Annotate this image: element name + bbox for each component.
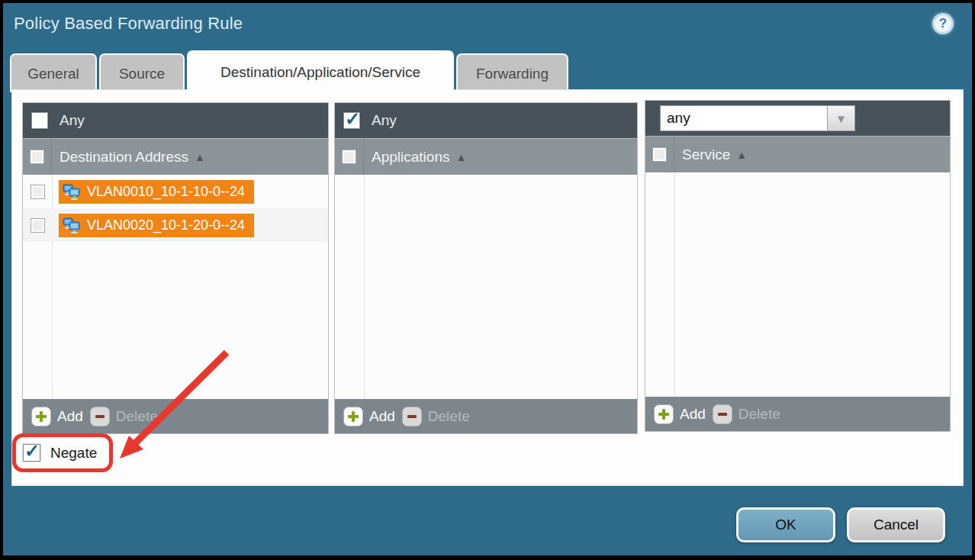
negate-label: Negate <box>50 445 97 462</box>
help-icon[interactable]: ? <box>932 13 954 34</box>
sort-asc-icon[interactable]: ▲ <box>455 152 466 163</box>
destination-list: VLAN0010_10-1-10-0--24 <box>23 175 328 399</box>
policy-based-forwarding-dialog: Policy Based Forwarding Rule ? General S… <box>3 3 972 555</box>
service-dropdown[interactable]: any ▼ <box>660 105 855 131</box>
delete-button[interactable]: Delete <box>90 407 158 426</box>
tab-forwarding[interactable]: Forwarding <box>456 53 568 92</box>
dropdown-button[interactable]: ▼ <box>827 105 855 131</box>
tab-destination-application-service[interactable]: Destination/Application/Service <box>187 50 454 92</box>
delete-button[interactable]: Delete <box>402 407 470 426</box>
add-button[interactable]: Add <box>654 404 706 424</box>
tab-bar: General Source Destination/Application/S… <box>10 50 568 92</box>
chevron-down-icon: ▼ <box>835 113 847 124</box>
destination-column-header[interactable]: Destination Address <box>60 149 188 166</box>
table-row[interactable]: VLAN0010_10-1-10-0--24 <box>23 175 328 208</box>
row-checkbox[interactable] <box>31 185 45 199</box>
destination-any-label: Any <box>60 112 85 129</box>
service-column: any ▼ Service ▲ <box>645 100 951 432</box>
destination-selectall-checkbox[interactable] <box>30 150 44 164</box>
screenshot-root: Policy Based Forwarding Rule ? General S… <box>0 0 975 560</box>
plus-icon <box>343 407 363 426</box>
plus-icon <box>31 407 51 426</box>
network-icon <box>63 217 81 233</box>
minus-icon <box>713 404 732 424</box>
gutter-divider <box>674 172 675 397</box>
applications-header-row: Applications ▲ <box>335 138 637 175</box>
sort-asc-icon[interactable]: ▲ <box>736 150 747 160</box>
minus-icon <box>90 407 110 426</box>
destination-any-bar: Any <box>23 103 328 138</box>
negate-highlight-annotation: Negate <box>12 433 113 472</box>
row-checkbox[interactable] <box>31 218 45 233</box>
service-column-header[interactable]: Service <box>682 146 730 163</box>
service-selectall-checkbox[interactable] <box>652 147 667 162</box>
destination-address-value: VLAN0020_10-1-20-0--24 <box>87 217 245 233</box>
gutter-divider <box>364 175 365 399</box>
tab-content-panel: Any Destination Address ▲ <box>11 89 964 486</box>
tab-general[interactable]: General <box>10 53 97 92</box>
dialog-title: Policy Based Forwarding Rule <box>14 14 243 34</box>
add-button[interactable]: Add <box>343 407 395 426</box>
applications-any-checkbox[interactable] <box>343 112 360 129</box>
service-dropdown-bar: any ▼ <box>645 101 950 136</box>
service-list <box>645 172 950 397</box>
service-dropdown-value[interactable]: any <box>660 105 827 131</box>
cancel-button[interactable]: Cancel <box>847 507 945 542</box>
plus-icon <box>654 404 674 424</box>
applications-selectall-checkbox[interactable] <box>342 150 356 164</box>
applications-footer: Add Delete <box>335 399 637 433</box>
destination-address-column: Any Destination Address ▲ <box>22 102 329 434</box>
sort-asc-icon[interactable]: ▲ <box>195 152 205 163</box>
tab-source[interactable]: Source <box>99 53 185 92</box>
table-row[interactable]: VLAN0020_10-1-20-0--24 <box>23 208 328 242</box>
applications-column: Any Applications ▲ Add <box>334 102 638 434</box>
delete-button[interactable]: Delete <box>713 404 780 424</box>
service-header-row: Service ▲ <box>645 136 950 172</box>
applications-any-label: Any <box>372 112 397 129</box>
ok-button[interactable]: OK <box>736 507 835 542</box>
destination-footer: Add Delete <box>23 399 328 433</box>
applications-column-header[interactable]: Applications <box>372 149 449 166</box>
destination-header-row: Destination Address ▲ <box>23 138 328 175</box>
network-icon <box>63 184 81 200</box>
applications-any-bar: Any <box>335 103 637 138</box>
destination-address-value: VLAN0010_10-1-10-0--24 <box>87 184 245 200</box>
destination-any-checkbox[interactable] <box>31 112 48 129</box>
service-footer: Add Delete <box>645 397 950 431</box>
add-button[interactable]: Add <box>31 407 83 426</box>
minus-icon <box>402 407 422 426</box>
negate-checkbox[interactable] <box>23 444 40 462</box>
applications-list <box>335 175 637 399</box>
